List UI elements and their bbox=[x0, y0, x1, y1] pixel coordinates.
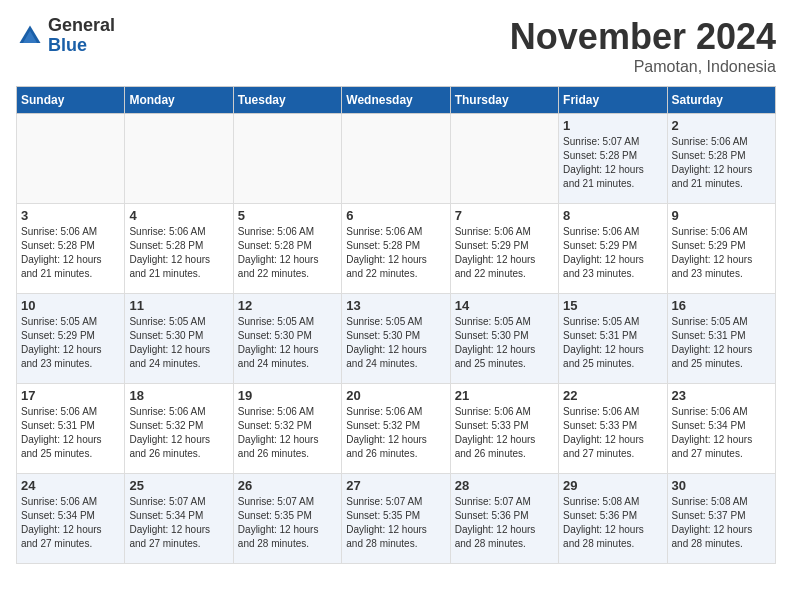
calendar-cell: 14Sunrise: 5:05 AM Sunset: 5:30 PM Dayli… bbox=[450, 294, 558, 384]
day-number: 7 bbox=[455, 208, 554, 223]
calendar-cell: 29Sunrise: 5:08 AM Sunset: 5:36 PM Dayli… bbox=[559, 474, 667, 564]
calendar-cell: 17Sunrise: 5:06 AM Sunset: 5:31 PM Dayli… bbox=[17, 384, 125, 474]
calendar-cell: 8Sunrise: 5:06 AM Sunset: 5:29 PM Daylig… bbox=[559, 204, 667, 294]
day-number: 18 bbox=[129, 388, 228, 403]
calendar-cell: 6Sunrise: 5:06 AM Sunset: 5:28 PM Daylig… bbox=[342, 204, 450, 294]
day-info: Sunrise: 5:06 AM Sunset: 5:28 PM Dayligh… bbox=[21, 225, 120, 281]
day-number: 14 bbox=[455, 298, 554, 313]
weekday-header-cell: Sunday bbox=[17, 87, 125, 114]
day-number: 26 bbox=[238, 478, 337, 493]
logo-blue-text: Blue bbox=[48, 35, 87, 55]
day-info: Sunrise: 5:07 AM Sunset: 5:28 PM Dayligh… bbox=[563, 135, 662, 191]
day-info: Sunrise: 5:07 AM Sunset: 5:34 PM Dayligh… bbox=[129, 495, 228, 551]
day-number: 2 bbox=[672, 118, 771, 133]
day-info: Sunrise: 5:05 AM Sunset: 5:31 PM Dayligh… bbox=[563, 315, 662, 371]
day-number: 28 bbox=[455, 478, 554, 493]
calendar-cell: 22Sunrise: 5:06 AM Sunset: 5:33 PM Dayli… bbox=[559, 384, 667, 474]
calendar-cell: 11Sunrise: 5:05 AM Sunset: 5:30 PM Dayli… bbox=[125, 294, 233, 384]
calendar-week-row: 1Sunrise: 5:07 AM Sunset: 5:28 PM Daylig… bbox=[17, 114, 776, 204]
calendar-cell: 28Sunrise: 5:07 AM Sunset: 5:36 PM Dayli… bbox=[450, 474, 558, 564]
calendar-cell: 3Sunrise: 5:06 AM Sunset: 5:28 PM Daylig… bbox=[17, 204, 125, 294]
calendar-cell: 13Sunrise: 5:05 AM Sunset: 5:30 PM Dayli… bbox=[342, 294, 450, 384]
weekday-header-cell: Friday bbox=[559, 87, 667, 114]
day-number: 24 bbox=[21, 478, 120, 493]
calendar-cell: 16Sunrise: 5:05 AM Sunset: 5:31 PM Dayli… bbox=[667, 294, 775, 384]
calendar-cell: 12Sunrise: 5:05 AM Sunset: 5:30 PM Dayli… bbox=[233, 294, 341, 384]
day-info: Sunrise: 5:05 AM Sunset: 5:31 PM Dayligh… bbox=[672, 315, 771, 371]
calendar-week-row: 3Sunrise: 5:06 AM Sunset: 5:28 PM Daylig… bbox=[17, 204, 776, 294]
day-info: Sunrise: 5:06 AM Sunset: 5:28 PM Dayligh… bbox=[672, 135, 771, 191]
calendar-cell bbox=[125, 114, 233, 204]
day-number: 16 bbox=[672, 298, 771, 313]
day-number: 27 bbox=[346, 478, 445, 493]
calendar-cell: 9Sunrise: 5:06 AM Sunset: 5:29 PM Daylig… bbox=[667, 204, 775, 294]
calendar-cell: 27Sunrise: 5:07 AM Sunset: 5:35 PM Dayli… bbox=[342, 474, 450, 564]
weekday-header-cell: Saturday bbox=[667, 87, 775, 114]
day-number: 15 bbox=[563, 298, 662, 313]
day-info: Sunrise: 5:05 AM Sunset: 5:30 PM Dayligh… bbox=[346, 315, 445, 371]
day-info: Sunrise: 5:06 AM Sunset: 5:32 PM Dayligh… bbox=[238, 405, 337, 461]
calendar-cell: 10Sunrise: 5:05 AM Sunset: 5:29 PM Dayli… bbox=[17, 294, 125, 384]
day-info: Sunrise: 5:07 AM Sunset: 5:35 PM Dayligh… bbox=[346, 495, 445, 551]
day-info: Sunrise: 5:07 AM Sunset: 5:35 PM Dayligh… bbox=[238, 495, 337, 551]
calendar-week-row: 17Sunrise: 5:06 AM Sunset: 5:31 PM Dayli… bbox=[17, 384, 776, 474]
day-number: 12 bbox=[238, 298, 337, 313]
logo: General Blue bbox=[16, 16, 115, 56]
day-number: 5 bbox=[238, 208, 337, 223]
weekday-header-cell: Thursday bbox=[450, 87, 558, 114]
day-number: 8 bbox=[563, 208, 662, 223]
day-info: Sunrise: 5:06 AM Sunset: 5:32 PM Dayligh… bbox=[346, 405, 445, 461]
day-info: Sunrise: 5:06 AM Sunset: 5:29 PM Dayligh… bbox=[672, 225, 771, 281]
logo-general-text: General bbox=[48, 15, 115, 35]
day-info: Sunrise: 5:07 AM Sunset: 5:36 PM Dayligh… bbox=[455, 495, 554, 551]
page-header: General Blue November 2024 Pamotan, Indo… bbox=[16, 16, 776, 76]
day-number: 11 bbox=[129, 298, 228, 313]
day-number: 3 bbox=[21, 208, 120, 223]
calendar-cell: 26Sunrise: 5:07 AM Sunset: 5:35 PM Dayli… bbox=[233, 474, 341, 564]
calendar-cell bbox=[233, 114, 341, 204]
calendar-cell: 21Sunrise: 5:06 AM Sunset: 5:33 PM Dayli… bbox=[450, 384, 558, 474]
day-number: 17 bbox=[21, 388, 120, 403]
day-number: 21 bbox=[455, 388, 554, 403]
weekday-header-cell: Tuesday bbox=[233, 87, 341, 114]
weekday-header-row: SundayMondayTuesdayWednesdayThursdayFrid… bbox=[17, 87, 776, 114]
day-number: 22 bbox=[563, 388, 662, 403]
calendar-body: 1Sunrise: 5:07 AM Sunset: 5:28 PM Daylig… bbox=[17, 114, 776, 564]
day-info: Sunrise: 5:06 AM Sunset: 5:33 PM Dayligh… bbox=[563, 405, 662, 461]
day-info: Sunrise: 5:06 AM Sunset: 5:32 PM Dayligh… bbox=[129, 405, 228, 461]
day-number: 23 bbox=[672, 388, 771, 403]
calendar-cell bbox=[342, 114, 450, 204]
month-title: November 2024 bbox=[510, 16, 776, 58]
day-number: 13 bbox=[346, 298, 445, 313]
day-info: Sunrise: 5:06 AM Sunset: 5:33 PM Dayligh… bbox=[455, 405, 554, 461]
day-number: 4 bbox=[129, 208, 228, 223]
day-info: Sunrise: 5:05 AM Sunset: 5:29 PM Dayligh… bbox=[21, 315, 120, 371]
day-info: Sunrise: 5:06 AM Sunset: 5:29 PM Dayligh… bbox=[455, 225, 554, 281]
calendar-cell: 7Sunrise: 5:06 AM Sunset: 5:29 PM Daylig… bbox=[450, 204, 558, 294]
day-info: Sunrise: 5:06 AM Sunset: 5:34 PM Dayligh… bbox=[21, 495, 120, 551]
day-number: 6 bbox=[346, 208, 445, 223]
day-info: Sunrise: 5:05 AM Sunset: 5:30 PM Dayligh… bbox=[455, 315, 554, 371]
day-number: 1 bbox=[563, 118, 662, 133]
day-info: Sunrise: 5:06 AM Sunset: 5:28 PM Dayligh… bbox=[346, 225, 445, 281]
calendar-cell: 4Sunrise: 5:06 AM Sunset: 5:28 PM Daylig… bbox=[125, 204, 233, 294]
calendar-cell: 5Sunrise: 5:06 AM Sunset: 5:28 PM Daylig… bbox=[233, 204, 341, 294]
day-info: Sunrise: 5:06 AM Sunset: 5:34 PM Dayligh… bbox=[672, 405, 771, 461]
day-number: 29 bbox=[563, 478, 662, 493]
calendar-cell: 1Sunrise: 5:07 AM Sunset: 5:28 PM Daylig… bbox=[559, 114, 667, 204]
weekday-header-cell: Wednesday bbox=[342, 87, 450, 114]
calendar-cell: 25Sunrise: 5:07 AM Sunset: 5:34 PM Dayli… bbox=[125, 474, 233, 564]
calendar-cell: 20Sunrise: 5:06 AM Sunset: 5:32 PM Dayli… bbox=[342, 384, 450, 474]
day-info: Sunrise: 5:05 AM Sunset: 5:30 PM Dayligh… bbox=[238, 315, 337, 371]
day-info: Sunrise: 5:06 AM Sunset: 5:28 PM Dayligh… bbox=[129, 225, 228, 281]
day-info: Sunrise: 5:06 AM Sunset: 5:29 PM Dayligh… bbox=[563, 225, 662, 281]
weekday-header-cell: Monday bbox=[125, 87, 233, 114]
calendar-cell: 30Sunrise: 5:08 AM Sunset: 5:37 PM Dayli… bbox=[667, 474, 775, 564]
day-number: 19 bbox=[238, 388, 337, 403]
calendar-week-row: 10Sunrise: 5:05 AM Sunset: 5:29 PM Dayli… bbox=[17, 294, 776, 384]
day-info: Sunrise: 5:05 AM Sunset: 5:30 PM Dayligh… bbox=[129, 315, 228, 371]
calendar-cell: 19Sunrise: 5:06 AM Sunset: 5:32 PM Dayli… bbox=[233, 384, 341, 474]
calendar-week-row: 24Sunrise: 5:06 AM Sunset: 5:34 PM Dayli… bbox=[17, 474, 776, 564]
day-number: 20 bbox=[346, 388, 445, 403]
calendar-cell: 2Sunrise: 5:06 AM Sunset: 5:28 PM Daylig… bbox=[667, 114, 775, 204]
